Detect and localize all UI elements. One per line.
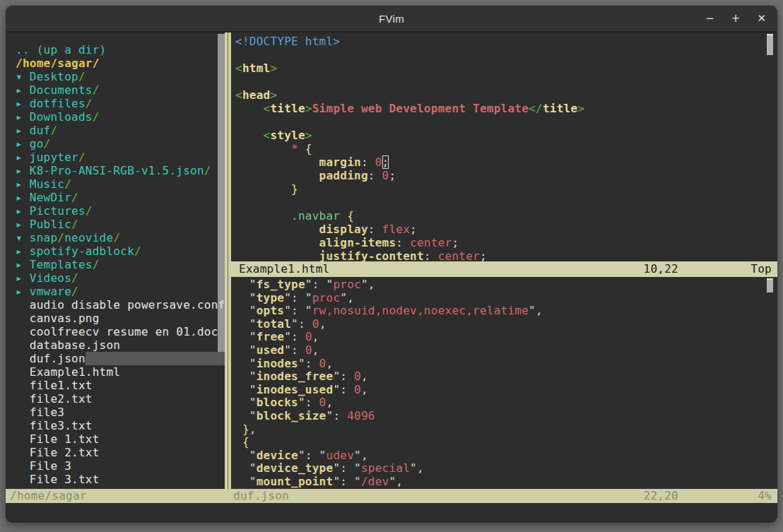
- token-punc: ;: [452, 236, 459, 249]
- token-slash: /: [93, 110, 100, 124]
- editor-html-scrollbar[interactable]: [767, 32, 773, 261]
- code-line: },: [235, 423, 777, 437]
- token-plain: [16, 352, 30, 365]
- tree-item[interactable]: ▸ Videos/: [16, 271, 225, 285]
- close-button[interactable]: ✕: [757, 13, 766, 24]
- tree-item[interactable]: File 3: [16, 459, 225, 473]
- token-q: ": [326, 278, 334, 292]
- tree-item[interactable]: ▾ Desktop/: [16, 70, 225, 83]
- token-tag: title: [270, 102, 305, 115]
- token-file: File 3: [30, 459, 71, 473]
- editor-json-scrollbar-thumb[interactable]: [767, 278, 773, 292]
- token-num: 0: [319, 396, 326, 410]
- tree-item[interactable]: ▸ NewDir/: [16, 191, 225, 204]
- tree-item[interactable]: File 3.txt: [16, 473, 225, 486]
- file-tree[interactable]: .. (up a dir)/home/sagar/▾ Desktop/▸ Doc…: [6, 32, 225, 489]
- tree-item[interactable]: ▸ Downloads/: [16, 110, 225, 124]
- maximize-button[interactable]: +: [731, 13, 741, 24]
- token-dir: Templates: [30, 258, 93, 271]
- tree-item[interactable]: file3: [16, 406, 225, 419]
- token-tag: head: [242, 88, 271, 102]
- token-file: File 1.txt: [30, 432, 100, 446]
- token-dir: snap: [30, 231, 58, 244]
- minimize-button[interactable]: −: [705, 13, 714, 24]
- tree-item[interactable]: ▸ dotfiles/: [16, 97, 225, 110]
- command-line[interactable]: :new Example1.html: [6, 503, 777, 523]
- tree-item[interactable]: coolfreecv resume en 01.doc: [16, 325, 225, 338]
- code-line: * {: [235, 142, 777, 155]
- token-dir: Videos: [30, 271, 71, 285]
- tree-item[interactable]: database.json: [16, 338, 225, 352]
- statusline-json-filename: duf.json: [233, 489, 289, 503]
- separator-line: [228, 32, 228, 503]
- token-dir: NewDir: [30, 191, 71, 204]
- token-plain: [235, 475, 249, 489]
- tree-item[interactable]: File 2.txt: [16, 446, 225, 459]
- token-q: ": [249, 449, 257, 463]
- tree-item[interactable]: ▸ Pictures/: [16, 204, 225, 218]
- token-slash: /: [71, 191, 78, 204]
- token-plain: [16, 365, 30, 379]
- tree-item[interactable]: ▸ spotify-adblock/: [16, 244, 225, 258]
- token-punc: :: [305, 396, 319, 410]
- token-plain: [16, 325, 30, 338]
- tree-item[interactable]: .. (up a dir): [16, 43, 225, 57]
- token-plain: [235, 223, 319, 236]
- token-punc: ;: [480, 249, 487, 261]
- tree-item[interactable]: file1.txt: [16, 379, 225, 392]
- tree-item[interactable]: File 1.txt: [16, 432, 225, 446]
- tree-item[interactable]: ▸ Music/: [16, 177, 225, 191]
- token-punc: ,: [417, 462, 424, 475]
- token-plain: [235, 102, 264, 115]
- tree-item[interactable]: /home/sagar/: [16, 57, 225, 70]
- window-separator[interactable]: [225, 32, 231, 503]
- statusline-tree-path: /home/sagar: [10, 489, 87, 503]
- tree-item[interactable]: file2.txt: [16, 392, 225, 406]
- token-key: device: [257, 449, 298, 463]
- chevron-right-icon: ▸: [16, 164, 30, 177]
- token-str: /dev: [361, 475, 389, 489]
- token-dir: spotify-adblock: [30, 244, 134, 258]
- tree-item[interactable]: ▸ K8-Pro-ANSI-RGB-v1.5.json/: [16, 164, 225, 177]
- tree-item[interactable]: ▸ go/: [16, 137, 225, 150]
- token-slash: /: [86, 97, 93, 110]
- tree-item[interactable]: ▸ duf/: [16, 124, 225, 137]
- editor-json-scrollbar[interactable]: [767, 277, 773, 489]
- tree-item[interactable]: ▸ vmware/: [16, 285, 225, 298]
- token-star: *: [291, 142, 298, 155]
- token-slash: /: [93, 83, 100, 97]
- tree-item[interactable]: duf.json: [16, 352, 225, 365]
- editor-html-buffer[interactable]: <!DOCTYPE html><html><head> <title>Simpl…: [231, 32, 777, 261]
- token-dir: dotfiles: [30, 97, 86, 110]
- tree-item[interactable]: ▾ snap/neovide/: [16, 231, 225, 244]
- token-slash: /: [71, 271, 78, 285]
- titlebar[interactable]: FVim − + ✕: [6, 6, 777, 32]
- token-punc: :: [368, 223, 375, 236]
- cursor-cell: ;: [382, 155, 389, 169]
- token-num: 0: [354, 370, 361, 384]
- editor-json-buffer[interactable]: "fs_type": "proc", "type": "proc", "opts…: [231, 277, 777, 489]
- token-q: ": [305, 292, 312, 305]
- tree-item[interactable]: audio disable powersave.conf: [16, 298, 225, 312]
- token-bracket: >: [270, 88, 277, 102]
- tree-item[interactable]: canvas.png: [16, 312, 225, 325]
- tree-item[interactable]: ▸ Templates/: [16, 258, 225, 271]
- token-slash: /: [78, 70, 86, 83]
- tree-item[interactable]: file3.txt: [16, 419, 225, 432]
- editor-html-scrollbar-thumb[interactable]: [767, 34, 773, 55]
- token-q: ": [249, 370, 257, 384]
- tree-item[interactable]: ▸ Public/: [16, 218, 225, 231]
- code-line: {: [235, 436, 777, 449]
- tree-item[interactable]: Example1.html: [16, 365, 225, 379]
- token-punc: :: [340, 475, 354, 489]
- code-line: padding: 0;: [235, 169, 777, 182]
- token-bracket: <: [235, 88, 242, 102]
- tree-item[interactable]: ▸ jupyter/: [16, 150, 225, 164]
- token-dir: Desktop: [30, 70, 78, 83]
- code-line: [235, 115, 777, 129]
- token-key: inodes_used: [257, 384, 334, 397]
- token-q: ": [249, 278, 257, 292]
- tree-item[interactable]: ▸ Documents/: [16, 83, 225, 97]
- token-plain: [16, 406, 30, 419]
- token-file: file3: [30, 406, 64, 419]
